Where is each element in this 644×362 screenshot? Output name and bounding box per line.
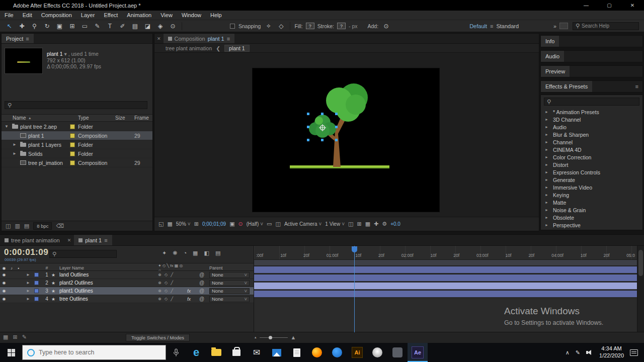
project-row-selected[interactable]: plant 1 Composition29: [2, 131, 152, 140]
project-row[interactable]: tree pl_imation Composition29: [2, 158, 152, 167]
label-chip[interactable]: [70, 133, 75, 138]
close-button[interactable]: ✕: [621, 0, 644, 11]
timeline-zoom-slider[interactable]: ▴ ▲: [255, 334, 296, 340]
layer-label-chip[interactable]: [34, 289, 39, 293]
menu-edit[interactable]: Edit: [18, 12, 37, 18]
effects-category[interactable]: ►Perspective: [541, 221, 642, 229]
tab-project[interactable]: Project ≡: [2, 34, 34, 43]
project-row[interactable]: ►plant 1 Layers Folder: [2, 140, 152, 149]
effects-category[interactable]: ►Matte: [541, 199, 642, 206]
taskbar-app-camera-sphere[interactable]: [367, 343, 387, 362]
parent-dropdown[interactable]: None˅: [209, 272, 250, 278]
parent-column[interactable]: Parent: [209, 265, 254, 270]
tab-effects-presets[interactable]: Effects & Presets: [541, 81, 592, 92]
magnification-dropdown[interactable]: 50%˅: [176, 221, 191, 227]
channels-icon[interactable]: ⊙: [238, 221, 243, 227]
snapping-checkbox[interactable]: [230, 24, 235, 29]
tab-composition[interactable]: Composition plant 1 ≡: [164, 34, 235, 43]
volume-icon[interactable]: [586, 349, 593, 355]
tab-audio[interactable]: Audio: [541, 51, 564, 62]
stroke-label[interactable]: Stroke:: [317, 23, 334, 29]
parent-dropdown[interactable]: None˅: [209, 288, 250, 294]
workspace-default[interactable]: Default: [469, 23, 487, 29]
column-name[interactable]: Name▲: [5, 115, 70, 121]
pen-tool-icon[interactable]: ✎: [91, 23, 104, 30]
interpret-footage-icon[interactable]: ◫: [6, 223, 11, 229]
effects-category[interactable]: ►Distort: [541, 161, 642, 168]
timeline-jump-icon[interactable]: ▦: [365, 221, 370, 227]
snapshot-icon[interactable]: ▣: [229, 221, 234, 227]
puppet-pin-tool-icon[interactable]: ⊙: [167, 23, 179, 30]
eye-toggle[interactable]: ◉: [0, 281, 8, 285]
graph-editor-icon[interactable]: ▤: [215, 250, 220, 256]
taskbar-app-document[interactable]: [287, 343, 307, 362]
taskbar-app-gray[interactable]: [387, 343, 408, 362]
label-chip[interactable]: [70, 142, 75, 147]
comp-monitor-icon[interactable]: ▦: [167, 221, 172, 227]
clone-stamp-tool-icon[interactable]: ▤: [129, 23, 141, 30]
layer-row-1[interactable]: ◉ ► 1 ★ land Outlines ⊕ ◇ ╱ @ None˅: [0, 271, 254, 279]
pixel-aspect-icon[interactable]: ◫: [348, 221, 353, 227]
taskbar-app-photos[interactable]: [267, 343, 287, 362]
label-chip[interactable]: [70, 151, 75, 156]
work-area-bar[interactable]: [254, 260, 637, 266]
taskbar-app-file-explorer[interactable]: [206, 343, 226, 362]
delete-icon[interactable]: ⌫: [56, 223, 64, 229]
zoom-out-mountain-icon[interactable]: ▴: [255, 335, 257, 339]
hide-shy-layers-icon[interactable]: ◔: [183, 250, 187, 256]
effects-category[interactable]: ►* Animation Presets: [541, 108, 642, 116]
eye-toggle[interactable]: ◉: [0, 273, 8, 277]
workspace-standard[interactable]: Standard: [496, 23, 519, 29]
timeline-panel-menu-icon[interactable]: ≡: [104, 237, 107, 243]
exposure-reset-icon[interactable]: ⚙: [382, 221, 387, 227]
taskbar-app-after-effects[interactable]: Ae: [408, 343, 428, 362]
add-icon[interactable]: ⊙: [380, 23, 392, 30]
fast-previews-icon[interactable]: ⊞: [357, 221, 361, 227]
composition-viewport[interactable]: [154, 53, 539, 217]
microphone-icon[interactable]: [166, 343, 186, 362]
panel-close-icon[interactable]: ✕: [154, 36, 164, 41]
tab-timeline-plant-1[interactable]: plant 1 ≡: [74, 235, 112, 245]
composition-panel-menu-icon[interactable]: ≡: [227, 36, 230, 42]
pickwhip-icon[interactable]: @: [199, 280, 209, 286]
transparency-grid-icon[interactable]: ◫: [275, 221, 280, 227]
layer-track-1[interactable]: [254, 266, 637, 274]
flowchart-jump-icon[interactable]: ✚: [374, 221, 378, 227]
start-button[interactable]: [0, 343, 22, 362]
effects-search-input[interactable]: [553, 99, 636, 105]
effects-search[interactable]: ⚲: [544, 98, 639, 106]
menu-help[interactable]: Help: [206, 12, 226, 18]
expand-layers-icon[interactable]: ▦: [3, 334, 8, 340]
menu-composition[interactable]: Composition: [37, 12, 76, 18]
tray-chevron-up-icon[interactable]: ∧: [566, 349, 570, 356]
pickwhip-icon[interactable]: @: [199, 288, 209, 294]
twirl-closed-icon[interactable]: ►: [22, 289, 28, 293]
menu-view[interactable]: View: [156, 12, 177, 18]
taskbar-search-input[interactable]: [39, 349, 139, 356]
pan-behind-tool-icon[interactable]: ⊞: [66, 23, 78, 30]
label-chip[interactable]: [70, 160, 75, 165]
twirl-closed-icon[interactable]: ►: [13, 142, 18, 147]
layer-label-chip[interactable]: [34, 273, 39, 277]
view-layout-dropdown[interactable]: 1 View˅: [325, 221, 345, 227]
snap-option-icon-2[interactable]: ◇: [275, 23, 287, 30]
snap-option-icon-1[interactable]: ✧: [262, 23, 275, 30]
tab-timeline-tree-plant-animation[interactable]: tree plant animation: [0, 235, 64, 245]
taskbar-search[interactable]: [22, 345, 166, 360]
layer-duration-bar[interactable]: [254, 283, 637, 289]
layer-track-2[interactable]: [254, 274, 637, 282]
layer-duration-bar[interactable]: [254, 291, 637, 297]
layer-track-3-selected[interactable]: [254, 282, 637, 290]
roi-icon[interactable]: ▭: [267, 221, 272, 227]
selection-tool-icon[interactable]: ↖: [3, 23, 16, 30]
zoom-slider-track[interactable]: [260, 337, 288, 338]
effects-category[interactable]: ►Immersive Video: [541, 184, 642, 191]
effects-category[interactable]: ►CINEMA 4D: [541, 146, 642, 153]
hand-tool-icon[interactable]: ✚: [16, 23, 28, 30]
eye-toggle[interactable]: ◉: [0, 297, 8, 301]
tab-preview[interactable]: Preview: [541, 66, 570, 77]
draft-3d-icon[interactable]: ❋: [173, 250, 177, 256]
breadcrumb-current[interactable]: plant 1: [224, 45, 250, 52]
project-row[interactable]: ▼plant tree 2.aep Folder: [2, 122, 152, 131]
taskbar-clock[interactable]: 4:34 AM 1/22/2020: [599, 345, 624, 359]
